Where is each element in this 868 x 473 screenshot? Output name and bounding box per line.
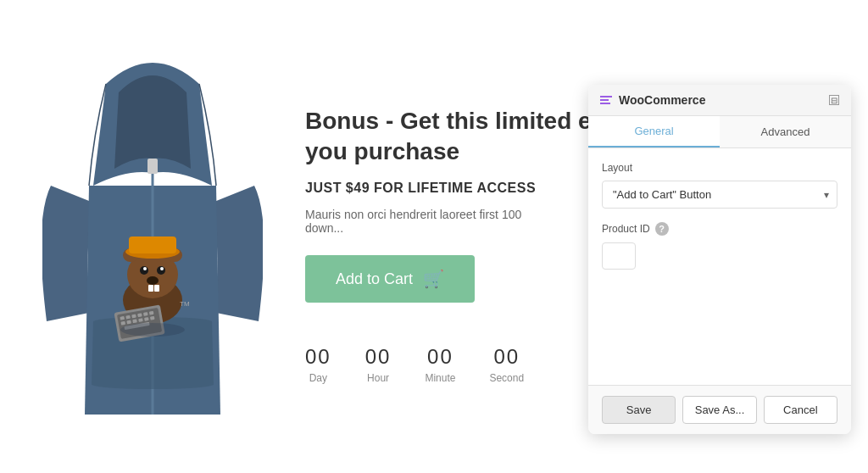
countdown-hour-label: Hour <box>367 372 389 384</box>
minimize-button[interactable]: ⊟ <box>829 95 839 105</box>
countdown-minute-label: Minute <box>425 372 455 384</box>
product-id-input[interactable] <box>602 242 636 270</box>
woo-bar-2 <box>600 99 609 101</box>
page-wrapper: TM Bonus - Get this limited edition hood… <box>0 0 868 473</box>
countdown-hour: 00 Hour <box>365 345 392 384</box>
svg-point-10 <box>147 276 159 285</box>
woo-panel-title: WooCommerce <box>619 93 705 107</box>
woo-tabs: General Advanced <box>588 116 851 148</box>
svg-point-8 <box>143 267 147 270</box>
countdown-minute-value: 00 <box>427 345 453 369</box>
countdown-day-label: Day <box>309 372 327 384</box>
save-button[interactable]: Save <box>602 396 676 424</box>
product-id-help-icon[interactable]: ? <box>655 222 669 236</box>
layout-label: Layout <box>602 162 837 174</box>
countdown-day: 00 Day <box>305 345 331 384</box>
product-description: Mauris non orci hendrerit laoreet first … <box>305 208 559 235</box>
product-id-label: Product ID <box>602 223 650 235</box>
svg-rect-14 <box>129 236 176 253</box>
tab-general[interactable]: General <box>588 116 720 147</box>
tab-advanced[interactable]: Advanced <box>720 116 851 147</box>
cart-icon: 🛒 <box>423 269 444 289</box>
svg-rect-1 <box>147 159 158 174</box>
countdown-second: 00 Second <box>489 345 524 384</box>
woo-bar-1 <box>600 96 612 97</box>
svg-point-9 <box>160 267 164 270</box>
add-to-cart-label: Add to Cart <box>336 270 413 288</box>
woo-logo-icon <box>600 96 612 104</box>
countdown-minute: 00 Minute <box>425 345 455 384</box>
countdown-second-value: 00 <box>493 345 520 369</box>
svg-rect-11 <box>148 285 153 292</box>
cancel-button[interactable]: Cancel <box>764 396 837 424</box>
woo-panel-body: Layout "Add to Cart" Button ▾ Product ID… <box>588 148 851 385</box>
svg-text:TM: TM <box>180 300 190 308</box>
layout-dropdown-wrapper: "Add to Cart" Button ▾ <box>602 181 837 209</box>
woo-bar-3 <box>600 103 610 104</box>
save-as-button[interactable]: Save As... <box>682 396 756 424</box>
svg-rect-12 <box>154 285 159 292</box>
woocommerce-panel: WooCommerce ⊟ General Advanced Layout "A… <box>588 85 851 434</box>
hoodie-image: TM <box>34 33 271 440</box>
countdown-second-label: Second <box>489 372 524 384</box>
woo-panel-header: WooCommerce ⊟ <box>588 85 851 116</box>
add-to-cart-button[interactable]: Add to Cart 🛒 <box>305 255 475 303</box>
woo-panel-footer: Save Save As... Cancel <box>588 385 851 434</box>
woo-header-left: WooCommerce <box>600 93 705 107</box>
layout-dropdown[interactable]: "Add to Cart" Button <box>602 181 837 209</box>
countdown-hour-value: 00 <box>365 345 392 369</box>
woo-spacer <box>602 270 837 371</box>
svg-point-30 <box>120 323 185 337</box>
product-id-row: Product ID ? <box>602 222 837 236</box>
countdown-day-value: 00 <box>305 345 331 369</box>
